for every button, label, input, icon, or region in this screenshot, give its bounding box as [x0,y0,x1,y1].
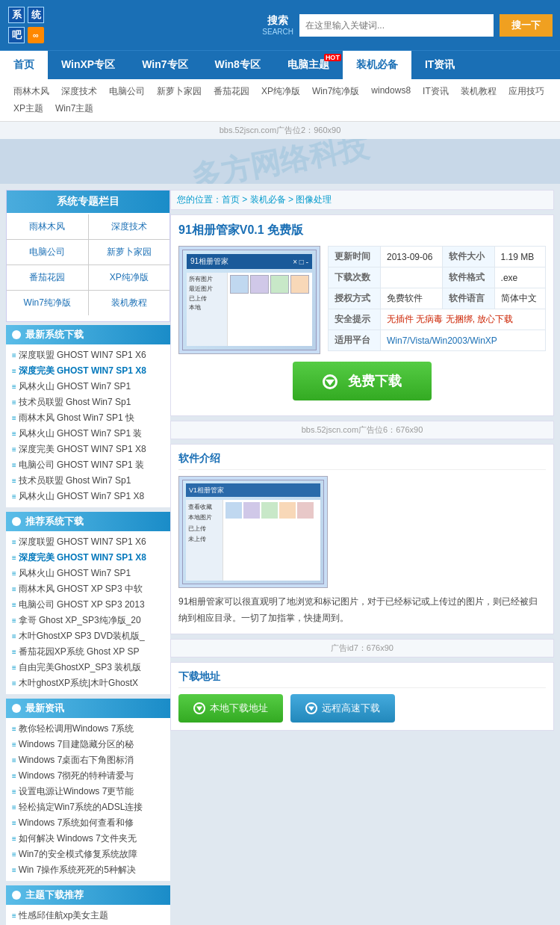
search-button[interactable]: 搜一下 [500,14,553,37]
nav-essentials[interactable]: 装机必备 [343,51,411,79]
sidebar-grid-win7[interactable]: Win7纯净版 [7,291,88,315]
sidebar-grid-tomato[interactable]: 番茄花园 [7,265,88,290]
nav-winxp[interactable]: WinXP专区 [48,51,128,79]
auth-value: 免费软件 [381,288,443,309]
list-item: Windows 7目建隐藏分区的秘 [9,737,167,752]
content-area: 您的位置：首页 > 装机必备 > 图像处理 91相册管家V0.1 免费版 91相… [170,190,554,925]
sidebar-grid-yulin[interactable]: 雨林木风 [7,214,88,239]
sub-nav-win7-theme[interactable]: Win7主题 [49,100,99,117]
nav-theme[interactable]: 电脑主题 HOT [274,51,343,79]
meta-row-platform: 适用平台 Win7/Vista/Win2003/WinXP [329,330,546,351]
list-item: 木叶GhostXP SP3 DVD装机版_ [9,628,167,644]
ad-top: bbs.52jscn.com广告位2：960x90 [0,122,560,139]
search-input[interactable] [299,14,494,37]
list-item: 教你轻松调用Windows 7系统 [9,721,167,737]
meta-row-update: 更新时间 2013-09-06 软件大小 1.19 MB [329,247,546,267]
list-item: 番茄花园XP系统 Ghost XP SP [9,644,167,660]
watermark: 多方网络科技 [188,139,372,184]
sidebar-grid-guide[interactable]: 装机教程 [89,291,170,315]
sub-nav-pc[interactable]: 电脑公司 [103,83,151,100]
safety-label: 安全提示 [329,309,381,330]
list-item: 性感邱佳航xp美女主题 [9,908,167,924]
remote-download-button[interactable]: 远程高速下载 [290,694,395,723]
list-item: 深度完美 GHOST WIN7 SP1 X8 [9,442,167,457]
list-item: 风林火山 GHOST Win7 SP1 [9,566,167,581]
sidebar-grid-carrot[interactable]: 新萝卜家园 [89,240,170,264]
download-icon-local [193,702,205,714]
nav-win8[interactable]: Win8专区 [202,51,274,79]
sub-nav-carrot[interactable]: 新萝卜家园 [151,83,208,100]
latest-sys-list: 深度联盟 GHOST WIN7 SP1 X6 深度完美 GHOST WIN7 S… [6,344,170,507]
software-info-box: 91相册管家V0.1 免费版 91相册管家 × □ - 所有图片最近图片已上传本… [170,214,554,416]
list-item: 雨林木风 Ghost Win7 SP1 快 [9,410,167,426]
list-item: 风林火山 GHOST Win7 SP1 装 [9,426,167,442]
list-item: Windows 7桌面右下角图标消 [9,752,167,768]
intro-title: 软件介绍 [178,452,546,470]
platform-label: 适用平台 [329,330,381,351]
sub-nav-tips[interactable]: 应用技巧 [503,83,550,100]
software-preview-img: 91相册管家 × □ - 所有图片最近图片已上传本地 [178,246,320,354]
recommend-sys-list: 深度联盟 GHOST WIN7 SP1 X6 深度完美 GHOST WIN7 S… [6,531,170,694]
list-item: 如何解决 Windows 7文件夹无 [9,831,167,847]
local-download-button[interactable]: 本地下载地址 [178,694,283,723]
sub-nav-guide[interactable]: 装机教程 [455,83,503,100]
sidebar-grid-depth[interactable]: 深度技术 [89,214,170,239]
sub-nav-it[interactable]: IT资讯 [417,83,455,100]
search-label: 搜索 SEARCH [262,14,293,36]
main-nav: 首页 WinXP专区 Win7专区 Win8专区 电脑主题 HOT 装机必备 I… [0,50,560,79]
sub-nav-yulín[interactable]: 雨林木风 [7,83,55,100]
sub-nav-win7[interactable]: Win7纯净版 [306,83,365,100]
list-item: 深度完美 GHOST WIN7 SP1 X8 [9,363,167,379]
ad-mid-1: bbs.52jscn.com广告位6：676x90 [170,421,554,439]
breadcrumb-text: 您的位置：首页 > 装机必备 > 图像处理 [177,194,332,206]
sidebar-grid-pc[interactable]: 电脑公司 [7,240,88,264]
download-box: 下载地址 本地下载地址 远程高速下载 [170,662,554,731]
software-title: 91相册管家V0.1 免费版 [178,223,546,238]
update-value: 2013-09-06 [381,247,443,267]
sub-nav-tomato[interactable]: 番茄花园 [208,83,255,100]
download-title: 下载地址 [178,670,546,688]
sidebar-grid-xp[interactable]: XP纯净版 [89,265,170,290]
platform-value: Win7/Vista/Win2003/WinXP [381,330,546,351]
theme-header: 主题下载推荐 [6,885,170,905]
news-header: 最新资讯 [6,699,170,718]
sub-nav-win8[interactable]: windows8 [365,83,417,100]
list-item: Windows 7系统如何查看和修 [9,815,167,831]
sub-nav-depth[interactable]: 深度技术 [55,83,103,100]
recommend-sys-header: 推荐系统下载 [6,512,170,531]
lang-label: 软件语言 [442,288,494,309]
nav-win7[interactable]: Win7专区 [128,51,201,79]
sub-nav-xp-theme[interactable]: XP主题 [7,100,49,117]
breadcrumb: 您的位置：首页 > 装机必备 > 图像处理 [170,190,554,210]
main-container: 系统专题栏目 雨林木风 深度技术 电脑公司 新萝卜家园 番茄花园 XP纯净版 W… [0,184,560,925]
list-item: 深度联盟 GHOST WIN7 SP1 X6 [9,347,167,363]
nav-it[interactable]: IT资讯 [411,51,468,79]
header: 系 统 吧 ∞ 搜索 SEARCH 搜一下 [0,0,560,50]
list-item: 轻松搞定Win7系统的ADSL连接 [9,799,167,815]
list-item: 电脑公司 GHOST XP SP3 2013 [9,597,167,613]
list-item: 拿哥 Ghost XP_SP3纯净版_20 [9,613,167,628]
theme-list: 性感邱佳航xp美女主题 手绘诗韵xp电脑壁纸 萌杰卡尼走鼠xp主题 苹果经xp美… [6,905,170,925]
meta-row-download: 下载次数 软件格式 .exe [329,267,546,288]
lang-value: 简体中文 [494,288,545,309]
sub-nav-xp[interactable]: XP纯净版 [255,83,306,100]
news-list: 教你轻松调用Windows 7系统 Windows 7目建隐藏分区的秘 Wind… [6,718,170,881]
dl-value [381,267,443,288]
download-main-button[interactable]: 免费下载 [293,362,431,400]
ad-mid-2: 广告id7：676x90 [170,639,554,658]
list-item: 木叶ghostXP系统|木叶GhostX [9,675,167,691]
intro-screenshot: V1相册管家 查看收藏本地图片已上传未上传 [178,476,328,588]
list-item: 技术员联盟 Ghost Win7 Sp1 [9,473,167,489]
latest-sys-header: 最新系统下载 [6,325,170,344]
sidebar: 系统专题栏目 雨林木风 深度技术 电脑公司 新萝卜家园 番茄花园 XP纯净版 W… [6,190,170,925]
logo-char-1: 系 [8,7,25,23]
list-item: 深度完美 GHOST WIN7 SP1 X8 [9,550,167,566]
intro-box: 软件介绍 V1相册管家 查看收藏本地图片已上传未上传 [170,444,554,634]
download-icon-remote [305,702,317,714]
list-item: 雨林木风 GHOST XP SP3 中软 [9,581,167,597]
nav-home[interactable]: 首页 [0,51,48,79]
software-meta-table: 更新时间 2013-09-06 软件大小 1.19 MB 下载次数 软件格式 .… [328,246,546,351]
list-item: 电脑公司 GHOST WIN7 SP1 装 [9,457,167,473]
logo-icon: ∞ [28,27,44,43]
meta-row-auth: 授权方式 免费软件 软件语言 简体中文 [329,288,546,309]
